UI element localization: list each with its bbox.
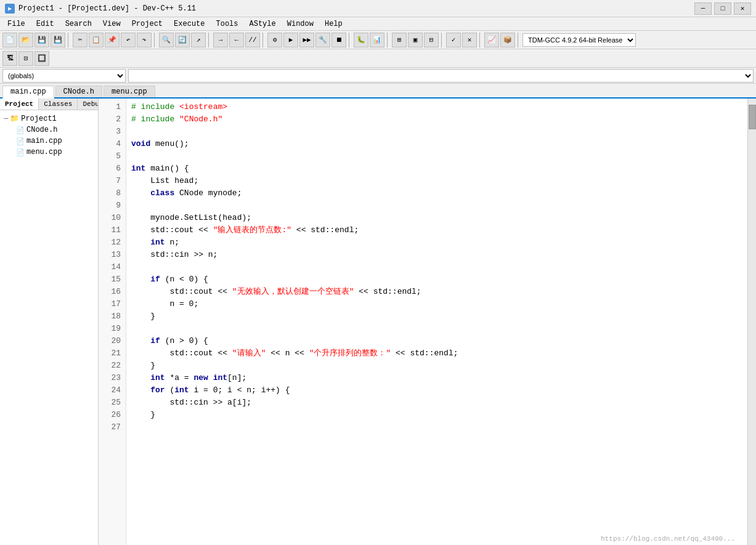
tree-root[interactable]: ─ 📁 Project1 — [2, 113, 96, 124]
tab-menu-cpp[interactable]: menu.cpp — [104, 86, 155, 97]
tab-CNode-h[interactable]: CNode.h — [55, 86, 102, 97]
indent-button[interactable]: → — [213, 33, 228, 47]
code-line-26[interactable]: } — [126, 409, 747, 421]
code-line-21[interactable]: std::cout << "请输入" << n << "个升序排列的整数：" <… — [126, 347, 747, 360]
token-normal: << std::endl; — [354, 287, 421, 296]
code-line-2[interactable]: # include "CNode.h" — [126, 113, 747, 126]
sidebar-tab-project[interactable]: Project — [0, 99, 39, 110]
tree-file-CNode-h[interactable]: 📄CNode.h — [15, 124, 96, 135]
line-num-text: 14 — [111, 261, 121, 273]
code-line-22[interactable]: } — [126, 360, 747, 372]
code-line-17[interactable]: n = 0; — [126, 298, 747, 310]
code-line-16[interactable]: std::cout << "无效输入，默认创建一个空链表" << std::en… — [126, 286, 747, 298]
minus-icon: ─ — [4, 115, 8, 123]
code-line-27[interactable] — [126, 421, 747, 434]
code-line-20[interactable]: if (n > 0) { — [126, 335, 747, 347]
code-line-15[interactable]: if (n < 0) { — [126, 273, 747, 286]
code-line-23[interactable]: int *a = new int[n]; — [126, 372, 747, 384]
chart-button[interactable]: 📈 — [484, 33, 499, 47]
profile-button[interactable]: 📊 — [370, 33, 384, 47]
check-button[interactable]: ✓ — [446, 33, 461, 47]
scroll-thumb[interactable] — [749, 105, 756, 129]
sep4 — [262, 33, 265, 47]
code-line-12[interactable]: int n; — [126, 236, 747, 249]
layout-button[interactable]: ▣ — [408, 33, 423, 47]
run-button[interactable]: ▶ — [283, 33, 298, 47]
token-normal: << n << — [266, 349, 309, 358]
token-normal: i = 0; i < n; i++) { — [189, 386, 290, 395]
view-button[interactable]: ⊟ — [424, 33, 439, 47]
menu-item-window[interactable]: Window — [282, 18, 319, 30]
vertical-scrollbar[interactable] — [747, 99, 756, 545]
new-button[interactable]: 📄 — [2, 33, 17, 47]
function-dropdown[interactable] — [128, 69, 754, 83]
classes-btn[interactable]: ⊡ — [18, 51, 33, 66]
menu-item-view[interactable]: View — [98, 18, 126, 30]
sidebar-tab-debug[interactable]: Debug — [78, 99, 99, 110]
code-lines[interactable]: # include <iostream># include "CNode.h" … — [126, 99, 747, 545]
code-editor[interactable]: 12345−67891011121314−1516171819−20212223… — [99, 99, 747, 545]
rebuild-button[interactable]: 🔧 — [315, 33, 330, 47]
redo-button[interactable]: ↷ — [137, 33, 152, 47]
code-line-14[interactable] — [126, 261, 747, 273]
tab-main-cpp[interactable]: main.cpp — [2, 86, 54, 99]
code-line-18[interactable]: } — [126, 310, 747, 323]
code-line-5[interactable] — [126, 150, 747, 163]
menu-item-tools[interactable]: Tools — [211, 18, 243, 30]
debug-button[interactable]: 🐛 — [354, 33, 368, 47]
open-button[interactable]: 📂 — [18, 33, 33, 47]
tree-file-main-cpp[interactable]: 📄main.cpp — [15, 135, 96, 147]
code-line-7[interactable]: List head; — [126, 175, 747, 187]
code-line-24[interactable]: for (int i = 0; i < n; i++) { — [126, 384, 747, 397]
menu-item-project[interactable]: Project — [127, 18, 168, 30]
code-line-4[interactable]: void menu(); — [126, 138, 747, 150]
cancel-button[interactable]: ✕ — [462, 33, 477, 47]
tree-file-menu-cpp[interactable]: 📄menu.cpp — [15, 147, 96, 158]
package-button[interactable]: 📦 — [500, 33, 515, 47]
maximize-button[interactable]: □ — [714, 2, 731, 15]
debug-panel-btn[interactable]: 🔲 — [35, 51, 49, 66]
stop-button[interactable]: ⏹ — [331, 33, 346, 47]
replace-button[interactable]: 🔄 — [175, 33, 190, 47]
sidebar-tab-classes[interactable]: Classes — [39, 99, 78, 110]
code-line-10[interactable]: mynode.SetList(head); — [126, 212, 747, 224]
menu-item-file[interactable]: File — [2, 18, 30, 30]
code-line-13[interactable]: std::cin >> n; — [126, 249, 747, 261]
comment-button[interactable]: // — [245, 33, 260, 47]
code-line-6[interactable]: int main() { — [126, 163, 747, 175]
code-line-1[interactable]: # include <iostream> — [126, 101, 747, 113]
menu-item-edit[interactable]: Edit — [31, 18, 59, 30]
menu-item-help[interactable]: Help — [320, 18, 348, 30]
code-line-11[interactable]: std::cout << "输入链表的节点数:" << std::endl; — [126, 224, 747, 236]
find-button[interactable]: 🔍 — [159, 33, 174, 47]
code-line-19[interactable] — [126, 323, 747, 335]
save-button[interactable]: 💾 — [35, 33, 49, 47]
save-all-button[interactable]: 💾 — [51, 33, 65, 47]
copy-button[interactable]: 📋 — [89, 33, 104, 47]
unindent-button[interactable]: ← — [229, 33, 244, 47]
minimize-button[interactable]: ─ — [694, 2, 712, 15]
cut-button[interactable]: ✂ — [73, 33, 87, 47]
menu-item-astyle[interactable]: AStyle — [245, 18, 281, 30]
compile-run-button[interactable]: ▶▶ — [299, 33, 314, 47]
paste-button[interactable]: 📌 — [105, 33, 120, 47]
menu-item-search[interactable]: Search — [60, 18, 97, 30]
line-number-21: 21 — [99, 347, 126, 360]
code-line-3[interactable] — [126, 126, 747, 138]
code-line-25[interactable]: std::cin >> a[i]; — [126, 397, 747, 409]
grid-button[interactable]: ⊞ — [392, 33, 407, 47]
compile-button[interactable]: ⚙ — [267, 33, 282, 47]
project-name: Project1 — [21, 115, 57, 123]
close-button[interactable]: ✕ — [734, 2, 751, 15]
undo-button[interactable]: ↶ — [121, 33, 136, 47]
scope-dropdown[interactable]: (globals) — [2, 69, 126, 83]
line-number-23: 23 — [99, 372, 126, 384]
code-line-9[interactable] — [126, 200, 747, 212]
goto-button[interactable]: ↗ — [191, 33, 206, 47]
tabs-bar: main.cppCNode.hmenu.cpp — [0, 84, 756, 99]
project-btn[interactable]: 🏗 — [2, 51, 17, 66]
compiler-select[interactable]: TDM-GCC 4.9.2 64-bit Release — [522, 33, 636, 47]
menu-item-execute[interactable]: Execute — [169, 18, 209, 30]
line-number-7: 7 — [99, 175, 126, 187]
code-line-8[interactable]: class CNode mynode; — [126, 187, 747, 200]
